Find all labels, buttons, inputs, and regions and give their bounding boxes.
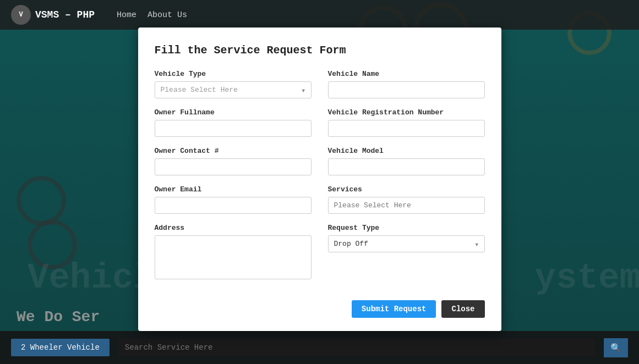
request-type-label: Request Type <box>328 224 485 232</box>
owner-fullname-label: Owner Fullname <box>155 108 312 117</box>
vehicle-type-select[interactable]: Please Select Here 2 Wheeler 4 Wheeler H… <box>155 81 312 98</box>
modal-title: Fill the Service Request Form <box>155 44 485 57</box>
address-textarea[interactable] <box>155 235 312 279</box>
vehicle-reg-group: Vehicle Registration Number <box>328 108 485 137</box>
modal-backdrop: Fill the Service Request Form Vehicle Ty… <box>0 0 639 364</box>
services-group: Services <box>328 185 485 214</box>
request-type-select[interactable]: Drop Off Pick Up <box>328 235 485 252</box>
vehicle-type-select-wrapper: Please Select Here 2 Wheeler 4 Wheeler H… <box>155 81 312 98</box>
vehicle-reg-input[interactable] <box>328 120 485 137</box>
vehicle-name-input[interactable] <box>328 81 485 98</box>
services-input[interactable] <box>328 197 485 214</box>
owner-fullname-group: Owner Fullname <box>155 108 312 137</box>
address-group: Address <box>155 224 312 279</box>
owner-fullname-input[interactable] <box>155 120 312 137</box>
form-grid: Vehicle Type Please Select Here 2 Wheele… <box>155 70 485 289</box>
owner-contact-input[interactable] <box>155 158 312 175</box>
owner-email-label: Owner Email <box>155 185 312 194</box>
address-label: Address <box>155 224 312 232</box>
vehicle-name-group: Vehicle Name <box>328 70 485 98</box>
vehicle-name-label: Vehicle Name <box>328 70 485 78</box>
owner-contact-group: Owner Contact # <box>155 147 312 175</box>
owner-contact-label: Owner Contact # <box>155 147 312 155</box>
vehicle-model-input[interactable] <box>328 158 485 175</box>
request-type-group: Request Type Drop Off Pick Up <box>328 224 485 252</box>
vehicle-type-label: Vehicle Type <box>155 70 312 78</box>
modal-footer: Submit Request Close <box>155 295 485 318</box>
request-type-select-wrapper: Drop Off Pick Up <box>328 235 485 252</box>
close-button[interactable]: Close <box>441 300 484 318</box>
submit-request-button[interactable]: Submit Request <box>352 300 436 318</box>
services-label: Services <box>328 185 485 194</box>
owner-email-input[interactable] <box>155 197 312 214</box>
left-column: Vehicle Type Please Select Here 2 Wheele… <box>155 70 312 289</box>
vehicle-model-group: Vehicle Model <box>328 147 485 175</box>
vehicle-type-group: Vehicle Type Please Select Here 2 Wheele… <box>155 70 312 98</box>
vehicle-reg-label: Vehicle Registration Number <box>328 108 485 117</box>
right-column: Vehicle Name Vehicle Registration Number… <box>328 70 485 289</box>
owner-email-group: Owner Email <box>155 185 312 214</box>
service-request-modal: Fill the Service Request Form Vehicle Ty… <box>138 27 501 331</box>
vehicle-model-label: Vehicle Model <box>328 147 485 155</box>
